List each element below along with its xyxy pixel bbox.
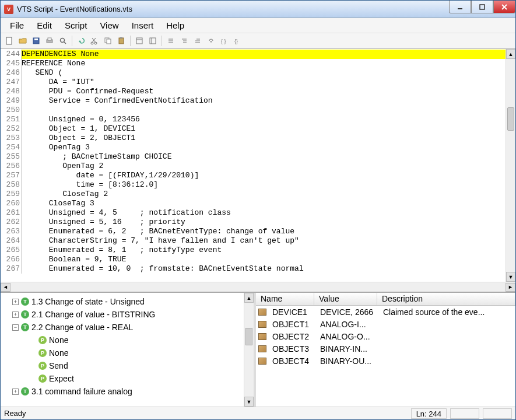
table-body[interactable]: DEVICE1DEVICE, 2666Claimed source of the… bbox=[256, 306, 515, 407]
svg-rect-17 bbox=[119, 38, 124, 44]
maximize-button[interactable] bbox=[471, 1, 493, 13]
table-row[interactable]: DEVICE1DEVICE, 2666Claimed source of the… bbox=[256, 306, 515, 318]
code-line[interactable]: CloseTag 2 bbox=[22, 190, 506, 199]
code-line[interactable]: OpenTag 3 bbox=[22, 143, 506, 152]
find-icon[interactable] bbox=[57, 34, 69, 47]
collapse-icon[interactable] bbox=[12, 324, 19, 331]
tree-vscroll[interactable]: ▲ ▼ bbox=[244, 293, 254, 407]
tree-item[interactable]: T1.3 Change of state - Unsigned bbox=[12, 295, 243, 308]
expand-icon[interactable] bbox=[12, 312, 19, 318]
code-line[interactable]: OpenTag 2 bbox=[22, 162, 506, 171]
editor-vscroll[interactable]: ▲ ▼ bbox=[506, 49, 515, 282]
code-line[interactable]: Unsigned = 5, 16 ; priority bbox=[22, 218, 506, 227]
part-icon: P bbox=[38, 374, 47, 383]
tree-item[interactable]: PNone bbox=[30, 334, 243, 346]
code-line[interactable]: PDU = Confirmed-Request bbox=[22, 87, 506, 96]
tool-g-icon[interactable]: { } bbox=[218, 34, 231, 47]
code-line[interactable]: Enumerated = 6, 2 ; BACnetEventType: cha… bbox=[22, 227, 506, 236]
table-header: Name Value Description bbox=[256, 293, 515, 306]
table-row[interactable]: OBJECT3BINARY-IN... bbox=[256, 342, 515, 355]
code-line[interactable]: REFERENCE None bbox=[22, 59, 506, 68]
scroll-right-icon[interactable]: ► bbox=[506, 283, 515, 292]
code-line[interactable]: Enumerated = 10, 0 ; fromstate: BACnetEv… bbox=[22, 264, 506, 274]
scroll-thumb[interactable] bbox=[245, 328, 252, 345]
tool-c-icon[interactable] bbox=[164, 34, 177, 47]
tool-e-icon[interactable] bbox=[191, 34, 204, 47]
code-line[interactable]: time = [8:36:12.0] bbox=[22, 180, 506, 190]
test-icon: T bbox=[21, 387, 29, 396]
svg-point-9 bbox=[61, 38, 65, 42]
open-icon[interactable] bbox=[16, 34, 29, 47]
svg-rect-8 bbox=[48, 38, 51, 40]
code-editor[interactable]: 2442452462472482492502512522532542552562… bbox=[1, 48, 515, 282]
scroll-down-icon[interactable]: ▼ bbox=[244, 397, 254, 407]
tree-item[interactable]: PSend bbox=[30, 359, 243, 372]
scroll-down-icon[interactable]: ▼ bbox=[506, 272, 515, 282]
toolbar-separator bbox=[162, 36, 162, 46]
code-content[interactable]: DEPENDENCIES NoneREFERENCE None SEND ( D… bbox=[22, 49, 506, 282]
copy-icon[interactable] bbox=[101, 34, 114, 47]
code-line[interactable]: Object = 1, DEVICE1 bbox=[22, 124, 506, 134]
code-line[interactable]: CharacterString = 7, "I have fallen and … bbox=[22, 236, 506, 246]
menu-edit[interactable]: Edit bbox=[31, 19, 58, 32]
svg-rect-16 bbox=[107, 39, 111, 44]
tool-h-icon[interactable]: {} bbox=[231, 34, 244, 47]
tool-a-icon[interactable] bbox=[133, 34, 146, 47]
code-line[interactable]: Service = ConfirmedEventNotification bbox=[22, 96, 506, 106]
code-line[interactable]: Boolean = 9, TRUE bbox=[22, 255, 506, 264]
menu-view[interactable]: View bbox=[94, 19, 124, 32]
code-line[interactable]: date = [(FRIDAY,1/29/2010)] bbox=[22, 171, 506, 180]
tool-b-icon[interactable] bbox=[146, 34, 159, 47]
menu-help[interactable]: Help bbox=[160, 19, 190, 32]
scroll-up-icon[interactable]: ▲ bbox=[244, 293, 254, 303]
col-name[interactable]: Name bbox=[256, 293, 314, 305]
paste-icon[interactable] bbox=[115, 34, 128, 47]
save-icon[interactable] bbox=[30, 34, 43, 47]
editor-hscroll[interactable]: ◄ ► bbox=[1, 282, 515, 292]
svg-rect-1 bbox=[480, 5, 485, 9]
code-line[interactable]: DA = "IUT" bbox=[22, 78, 506, 87]
tree-item[interactable]: T2.2 Change of value - REAL bbox=[12, 321, 243, 334]
tool-d-icon[interactable] bbox=[178, 34, 191, 47]
code-line[interactable]: CloseTag 3 bbox=[22, 199, 506, 208]
print-icon[interactable] bbox=[43, 34, 56, 47]
close-button[interactable] bbox=[493, 1, 515, 13]
code-line[interactable] bbox=[22, 106, 506, 115]
code-line[interactable]: Enumerated = 8, 1 ; notifyType event bbox=[22, 246, 506, 255]
code-line[interactable]: ; BACnetTimeStamp CHOICE bbox=[22, 152, 506, 162]
menu-file[interactable]: File bbox=[4, 19, 30, 32]
cut-icon[interactable] bbox=[88, 34, 101, 47]
tree-body[interactable]: T1.3 Change of state - UnsignedT2.1 Chan… bbox=[1, 293, 244, 407]
titlebar[interactable]: V VTS Script - EventNotifications.vts bbox=[1, 1, 515, 18]
code-line[interactable]: Object = 2, OBJECT1 bbox=[22, 134, 506, 143]
menu-script[interactable]: Script bbox=[59, 19, 93, 32]
object-icon bbox=[258, 358, 266, 365]
col-value[interactable]: Value bbox=[314, 293, 377, 305]
scroll-left-icon[interactable]: ◄ bbox=[1, 283, 10, 292]
scroll-thumb[interactable] bbox=[507, 107, 514, 131]
toolbar-separator bbox=[130, 36, 131, 46]
table-pane: Name Value Description DEVICE1DEVICE, 26… bbox=[256, 293, 515, 407]
tree-label: 1.3 Change of state - Unsigned bbox=[31, 297, 145, 306]
tree-item[interactable]: T3.1 command failure analog bbox=[12, 385, 243, 398]
minimize-button[interactable] bbox=[449, 1, 471, 13]
scroll-up-icon[interactable]: ▲ bbox=[506, 49, 515, 59]
code-line[interactable]: DEPENDENCIES None bbox=[22, 50, 506, 59]
tree-item[interactable]: PExpect bbox=[30, 372, 243, 385]
svg-text:{ }: { } bbox=[221, 38, 226, 44]
menu-insert[interactable]: Insert bbox=[126, 19, 160, 32]
code-line[interactable]: Unsigned = 4, 5 ; notification class bbox=[22, 208, 506, 218]
code-line[interactable]: Unsigned = 0, 123456 bbox=[22, 115, 506, 124]
table-row[interactable]: OBJECT2ANALOG-O... bbox=[256, 330, 515, 342]
undo-icon[interactable] bbox=[75, 34, 87, 47]
tool-f-icon[interactable] bbox=[205, 34, 217, 47]
expand-icon[interactable] bbox=[12, 388, 19, 395]
table-row[interactable]: OBJECT4BINARY-OU... bbox=[256, 355, 515, 367]
table-row[interactable]: OBJECT1ANALOG-I... bbox=[256, 318, 515, 330]
code-line[interactable]: SEND ( bbox=[22, 68, 506, 78]
tree-item[interactable]: PNone bbox=[30, 346, 243, 359]
expand-icon[interactable] bbox=[12, 299, 19, 305]
tree-item[interactable]: T2.1 Change of value - BITSTRING bbox=[12, 308, 243, 321]
new-icon[interactable] bbox=[3, 34, 16, 47]
col-desc[interactable]: Description bbox=[377, 293, 515, 305]
